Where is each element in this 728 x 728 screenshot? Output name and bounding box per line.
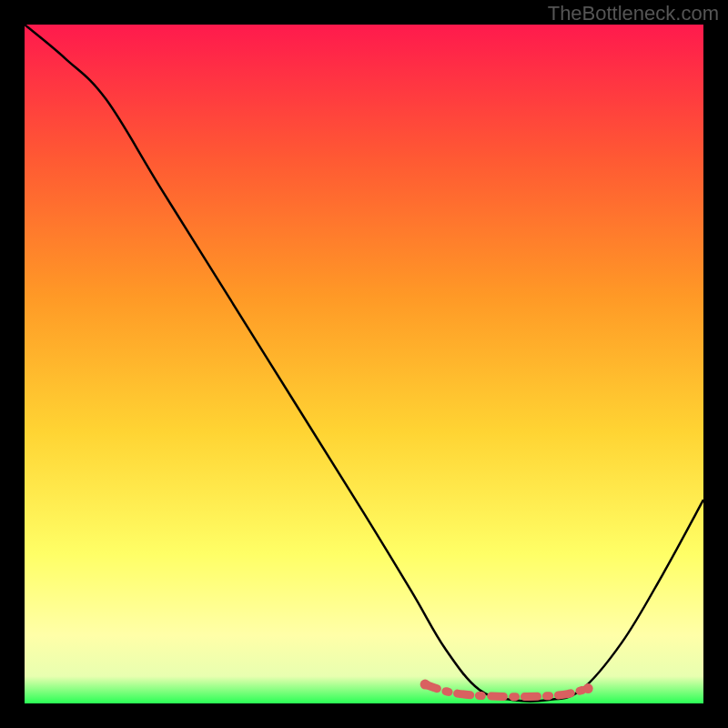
svg-point-1: [583, 683, 593, 693]
plot-area: [25, 25, 703, 703]
gradient-background: [25, 25, 703, 703]
chart-svg: [25, 25, 703, 703]
watermark-text: TheBottleneck.com: [548, 2, 719, 25]
svg-point-0: [420, 680, 430, 690]
chart-container: TheBottleneck.com: [0, 0, 728, 728]
